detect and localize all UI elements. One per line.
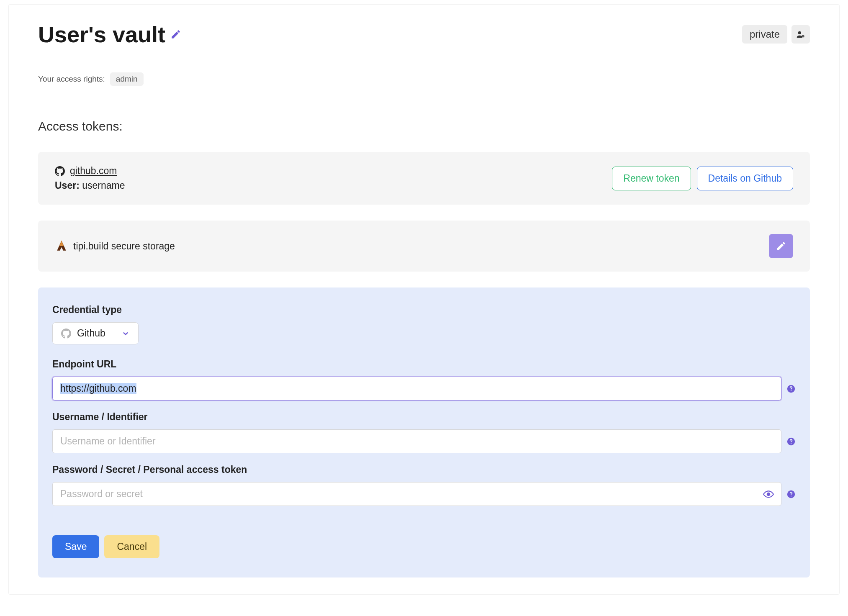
svg-point-1	[802, 36, 804, 37]
credential-form: Credential type Github Endpoint URL http…	[38, 287, 810, 578]
github-token-card: github.com User: username Renew token De…	[38, 152, 810, 205]
help-icon[interactable]	[786, 384, 796, 393]
credential-type-label: Credential type	[52, 304, 796, 316]
svg-point-6	[767, 493, 770, 495]
username-input[interactable]	[52, 429, 781, 453]
help-icon[interactable]	[786, 490, 796, 499]
page-header: User's vault private	[38, 21, 810, 47]
vault-page: User's vault private Your access rights:…	[8, 4, 840, 595]
edit-title-icon[interactable]	[170, 29, 181, 40]
username-label: Username / Identifier	[52, 411, 796, 423]
github-card-left: github.com User: username	[55, 165, 125, 191]
password-input-container	[52, 482, 781, 506]
header-actions: private	[742, 25, 810, 44]
save-button[interactable]: Save	[52, 535, 99, 558]
endpoint-url-input[interactable]: https://github.com	[52, 377, 781, 400]
github-card-title-row: github.com	[55, 165, 125, 177]
username-field-row	[52, 429, 796, 453]
cancel-button[interactable]: Cancel	[104, 535, 159, 558]
title-wrap: User's vault	[38, 21, 181, 47]
tipi-card-title-row: tipi.build secure storage	[55, 239, 175, 253]
renew-token-button[interactable]: Renew token	[612, 167, 691, 190]
access-rights-row: Your access rights: admin	[38, 72, 810, 86]
tipi-card-title: tipi.build secure storage	[73, 241, 175, 252]
svg-point-5	[791, 443, 791, 444]
github-card-actions: Renew token Details on Github	[612, 167, 793, 190]
credential-type-select[interactable]: Github	[52, 322, 139, 344]
tipi-storage-card: tipi.build secure storage	[38, 221, 810, 272]
github-icon	[61, 329, 71, 339]
password-field-row	[52, 482, 796, 506]
access-rights-label: Your access rights:	[38, 74, 105, 84]
github-host-link[interactable]: github.com	[70, 165, 117, 177]
endpoint-url-label: Endpoint URL	[52, 359, 796, 370]
password-label: Password / Secret / Personal access toke…	[52, 464, 796, 475]
github-user-label: User:	[55, 180, 80, 191]
github-user-line: User: username	[55, 180, 125, 191]
credential-type-value: Github	[77, 328, 105, 339]
edit-tipi-button[interactable]	[769, 234, 793, 258]
manage-users-button[interactable]	[791, 25, 810, 44]
privacy-badge: private	[742, 25, 787, 44]
endpoint-url-value: https://github.com	[60, 383, 136, 394]
access-role-badge: admin	[110, 72, 144, 86]
tipi-icon	[55, 239, 68, 253]
pencil-icon	[776, 241, 786, 252]
user-gear-icon	[796, 30, 805, 39]
help-icon[interactable]	[786, 437, 796, 446]
details-github-button[interactable]: Details on Github	[697, 167, 793, 190]
form-actions: Save Cancel	[52, 535, 796, 558]
github-icon	[55, 166, 65, 176]
page-title: User's vault	[38, 21, 165, 47]
svg-point-8	[791, 495, 791, 496]
access-tokens-heading: Access tokens:	[38, 119, 810, 133]
password-input[interactable]	[52, 482, 781, 506]
github-user-value: username	[82, 180, 125, 191]
endpoint-field-row: https://github.com	[52, 377, 796, 400]
chevron-down-icon	[121, 329, 130, 338]
svg-point-3	[791, 390, 791, 391]
svg-point-0	[798, 31, 801, 34]
toggle-visibility-icon[interactable]	[763, 489, 774, 500]
